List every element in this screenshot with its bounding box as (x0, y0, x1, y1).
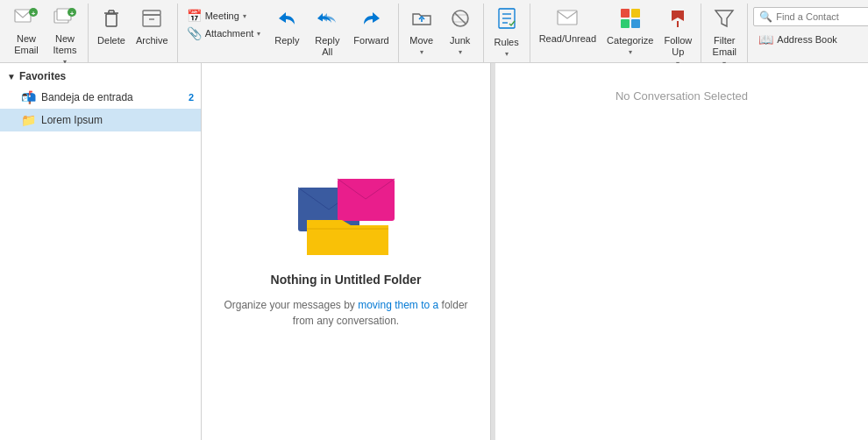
toolbar-group-new: + New Email + New Items ▾ (4, 4, 89, 62)
meeting-icon: 📅 (187, 9, 202, 23)
categorize-label: Categorize (607, 35, 653, 46)
junk-icon (449, 7, 472, 33)
meeting-label: Meeting (205, 11, 239, 21)
archive-button[interactable]: Archive (131, 4, 174, 50)
categorize-icon (619, 7, 642, 33)
toolbar-search-group: 🔍 📖 Address Book (748, 4, 868, 62)
meeting-button[interactable]: 📅 Meeting ▾ (181, 7, 267, 25)
toolbar-group-delete: Delete Archive (89, 4, 178, 62)
forward-icon (360, 7, 383, 33)
svg-rect-23 (558, 11, 577, 25)
svg-rect-13 (143, 15, 160, 26)
reply-all-button[interactable]: Reply All (308, 4, 346, 61)
svg-rect-25 (631, 9, 640, 18)
empty-desc-link[interactable]: moving them to a (358, 299, 438, 311)
read-unread-button[interactable]: Read/Unread (534, 4, 601, 48)
empty-folder-title: Nothing in Untitled Folder (271, 273, 422, 287)
new-email-icon: + (14, 7, 39, 32)
favorites-label: Favorites (19, 70, 66, 82)
reply-icon (275, 7, 298, 33)
read-unread-icon (556, 7, 579, 32)
svg-rect-18 (454, 16, 466, 18)
toolbar-group-respond: 📅 Meeting ▾ 📎 Attachment ▾ Reply Rep (178, 4, 399, 62)
favorites-collapse-icon: ▼ (7, 72, 16, 82)
empty-folder-illustration (294, 174, 399, 262)
favorites-header[interactable]: ▼ Favorites (0, 67, 201, 86)
delete-icon (100, 7, 123, 33)
filter-email-button[interactable]: Filter Email ▾ (705, 4, 743, 71)
sidebar-item-lorem[interactable]: 📁 Lorem Ipsum (0, 109, 201, 131)
sidebar-item-inbox[interactable]: 📬 Bandeja de entrada 2 (0, 86, 201, 109)
new-items-button[interactable]: + New Items ▾ (46, 4, 84, 69)
lorem-label: Lorem Ipsum (41, 114, 103, 126)
categorize-button[interactable]: Categorize ▾ (601, 4, 658, 60)
follow-up-label: Follow Up (664, 35, 692, 58)
move-dropdown-arrow: ▾ (420, 48, 423, 56)
move-label: Move (409, 35, 433, 46)
svg-text:+: + (70, 10, 75, 18)
main-content: ▼ Favorites 📬 Bandeja de entrada 2 📁 Lor… (0, 63, 868, 440)
follow-up-icon (666, 7, 689, 33)
reply-all-label: Reply All (315, 35, 339, 58)
inbox-badge: 2 (189, 92, 194, 103)
inbox-label: Bandeja de entrada (41, 91, 133, 103)
find-contact-search[interactable]: 🔍 (753, 7, 868, 26)
empty-desc-text1: Organize your messages by (224, 299, 358, 311)
meeting-attachment-stack: 📅 Meeting ▾ 📎 Attachment ▾ (181, 5, 267, 44)
svg-rect-7 (106, 14, 117, 26)
rules-button[interactable]: Rules ▾ (487, 4, 526, 61)
filter-email-label: Filter Email (713, 35, 737, 58)
forward-label: Forward (353, 35, 388, 46)
toolbar-group-move: Move ▾ Junk ▾ (399, 4, 484, 62)
svg-marker-30 (715, 11, 733, 26)
address-book-label: Address Book (777, 34, 836, 45)
filter-email-icon (713, 7, 736, 33)
address-book-icon: 📖 (758, 32, 773, 46)
svg-rect-26 (621, 19, 630, 28)
reading-pane: No Conversation Selected (495, 63, 868, 440)
message-list-panel: Nothing in Untitled Folder Organize your… (202, 63, 491, 440)
move-button[interactable]: Move ▾ (402, 4, 441, 60)
svg-rect-24 (621, 9, 630, 18)
inbox-icon: 📬 (21, 90, 36, 104)
lorem-folder-icon: 📁 (21, 113, 36, 127)
follow-up-button[interactable]: Follow Up ▾ (658, 4, 697, 71)
new-email-button[interactable]: + New Email (7, 4, 46, 60)
attachment-button[interactable]: 📎 Attachment ▾ (181, 25, 267, 42)
archive-label: Archive (136, 35, 168, 46)
junk-button[interactable]: Junk ▾ (441, 4, 480, 60)
empty-folder-desc: Organize your messages by moving them to… (219, 297, 473, 329)
rules-dropdown-arrow: ▾ (505, 50, 509, 58)
reply-label: Reply (274, 35, 299, 46)
attachment-label: Attachment (205, 28, 254, 39)
no-conversation-text: No Conversation Selected (615, 89, 748, 103)
search-icon: 🔍 (759, 11, 772, 23)
delete-button[interactable]: Delete (92, 4, 131, 50)
move-icon (410, 7, 433, 33)
svg-rect-27 (631, 19, 640, 28)
categorize-dropdown-arrow: ▾ (629, 48, 632, 56)
new-email-label: New Email (14, 33, 39, 56)
junk-dropdown-arrow: ▾ (459, 48, 462, 56)
meeting-dropdown-arrow: ▾ (243, 12, 246, 20)
reply-all-icon (316, 7, 338, 33)
forward-button[interactable]: Forward (348, 4, 394, 50)
toolbar-group-tags: Read/Unread Categorize ▾ Follow Up ▾ (530, 4, 702, 62)
attachment-dropdown-arrow: ▾ (257, 30, 260, 38)
rules-icon (495, 7, 518, 35)
new-items-label: New Items (53, 33, 77, 56)
toolbar: + New Email + New Items ▾ Delete Archive (0, 0, 868, 63)
svg-rect-0 (15, 10, 31, 22)
read-unread-label: Read/Unread (539, 33, 596, 45)
address-book-button[interactable]: 📖 Address Book (753, 30, 868, 49)
delete-label: Delete (97, 35, 125, 46)
svg-marker-28 (672, 11, 684, 21)
attachment-icon: 📎 (187, 26, 202, 40)
sidebar: ▼ Favorites 📬 Bandeja de entrada 2 📁 Lor… (0, 63, 202, 440)
toolbar-group-rules: Rules ▾ (484, 4, 530, 62)
reply-button[interactable]: Reply (267, 4, 306, 50)
svg-rect-12 (143, 11, 160, 15)
junk-label: Junk (450, 35, 470, 46)
svg-text:+: + (32, 10, 36, 18)
find-contact-input[interactable] (776, 11, 868, 22)
